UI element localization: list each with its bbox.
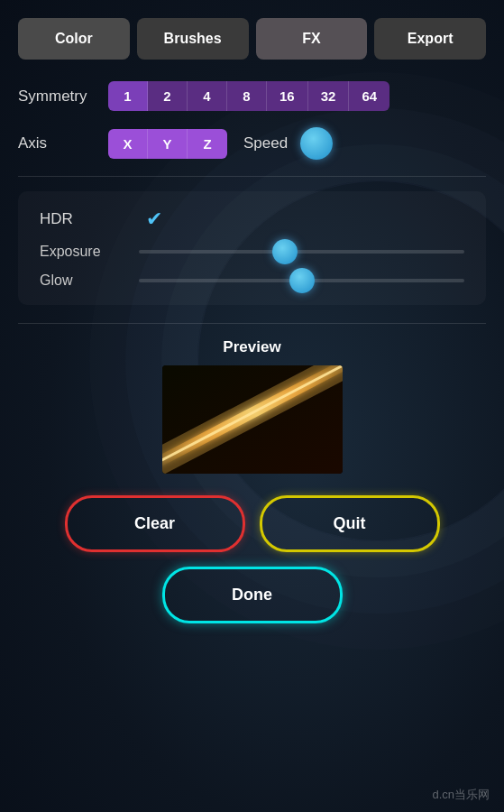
exposure-slider[interactable] [139,250,464,254]
hdr-checkmark[interactable]: ✔ [146,208,162,231]
tab-bar: Color Brushes FX Export [18,18,486,60]
exposure-thumb[interactable] [272,239,298,264]
exposure-label: Exposure [40,244,139,260]
sym-btn-64[interactable]: 64 [349,81,389,111]
axis-btn-y[interactable]: Y [148,129,188,159]
hdr-section: HDR ✔ Exposure Glow [18,191,486,305]
watermark: d.cn当乐网 [432,787,490,803]
done-button[interactable]: Done [162,567,343,623]
glow-thumb[interactable] [289,268,315,293]
glow-label: Glow [40,272,139,289]
axis-row: Axis X Y Z Speed [18,127,486,160]
glow-row: Glow [40,272,464,289]
symmetry-buttons: 1 2 4 8 16 32 64 [108,81,389,111]
sym-btn-1[interactable]: 1 [108,81,148,111]
action-buttons: Clear Quit [18,495,486,552]
quit-button[interactable]: Quit [260,495,440,552]
preview-box [162,365,343,474]
sym-btn-4[interactable]: 4 [188,81,227,111]
axis-label: Axis [18,134,108,152]
tab-fx[interactable]: FX [256,18,368,60]
hdr-label: HDR [40,210,139,228]
speed-toggle[interactable] [300,127,333,160]
symmetry-row: Symmetry 1 2 4 8 16 32 64 [18,81,486,111]
divider-1 [18,176,486,177]
clear-button[interactable]: Clear [65,495,245,552]
tab-brushes[interactable]: Brushes [137,18,249,60]
hdr-row: HDR ✔ [40,208,464,231]
sym-btn-16[interactable]: 16 [267,81,308,111]
exposure-row: Exposure [40,244,464,260]
axis-btn-x[interactable]: X [108,129,148,159]
tab-color[interactable]: Color [18,18,130,60]
done-row: Done [18,567,486,623]
sym-btn-2[interactable]: 2 [148,81,188,111]
speed-label: Speed [243,134,288,152]
symmetry-label: Symmetry [18,88,108,106]
axis-buttons: X Y Z [108,129,227,159]
sym-btn-32[interactable]: 32 [308,81,350,111]
preview-label: Preview [18,338,486,356]
divider-2 [18,323,486,324]
preview-section: Preview [18,338,486,474]
axis-btn-z[interactable]: Z [188,129,227,159]
tab-export[interactable]: Export [374,18,486,60]
sym-btn-8[interactable]: 8 [227,81,267,111]
glow-slider[interactable] [139,279,464,282]
preview-image [162,365,343,474]
